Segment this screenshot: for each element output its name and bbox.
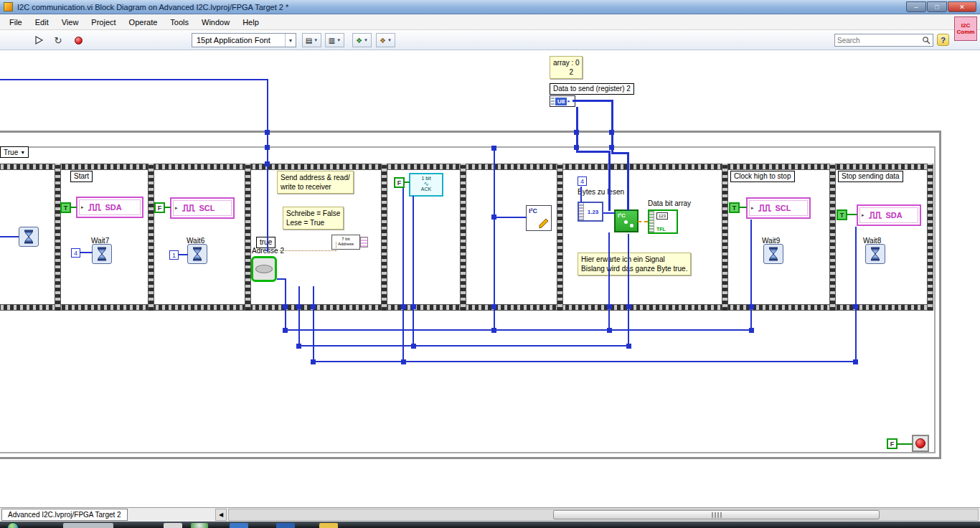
boolean-constant-true[interactable]: T [60, 202, 71, 213]
wire-junction [626, 304, 631, 309]
maximize-button[interactable]: □ [927, 1, 947, 12]
scl-indicator[interactable]: ▸ SCL [170, 197, 235, 219]
ack-indicator[interactable]: 1 bit ∿ ACK [409, 173, 443, 197]
start-label[interactable]: Start [70, 171, 93, 182]
loop-condition-terminal[interactable] [912, 435, 929, 452]
clock-high-label[interactable]: Clock high to stop [730, 171, 795, 182]
taskbar-app-icon[interactable] [230, 523, 248, 528]
menu-help[interactable]: Help [236, 16, 265, 29]
distribute-objects-button[interactable]: ▥▼ [325, 33, 344, 47]
array-index-stripes [649, 211, 654, 232]
wait6-node[interactable] [187, 244, 207, 264]
context-help-button[interactable]: ? [937, 34, 949, 46]
scrollbar-grip-icon [712, 512, 722, 518]
scl-indicator[interactable]: ▸ SCL [746, 197, 811, 219]
resize-objects-button[interactable]: ❖▼ [352, 33, 372, 47]
data-bit-array-label[interactable]: Data bit array [648, 199, 691, 207]
wire [627, 152, 629, 211]
numeric-constant-1[interactable]: 1 [169, 250, 179, 260]
font-selector[interactable]: 15pt Application Font ▼ [192, 33, 296, 47]
sequence-frame-divider[interactable] [557, 164, 563, 311]
case-selector[interactable]: True ▼ [0, 146, 29, 158]
sequence-frame-divider[interactable] [381, 164, 387, 311]
maximize-icon: □ [935, 4, 938, 11]
numeric-constant-4[interactable]: 4 [578, 176, 587, 186]
adresse-control-terminal[interactable] [251, 256, 277, 282]
wait8-node[interactable] [865, 244, 885, 264]
data-bit-array-terminal[interactable]: 123 TFL [648, 209, 678, 234]
wire-junction [574, 145, 579, 150]
wait-node[interactable] [19, 227, 39, 247]
sequence-bottom-border[interactable] [0, 304, 933, 311]
wire-junction [853, 304, 858, 309]
menu-project[interactable]: Project [85, 16, 122, 29]
menu-view[interactable]: View [55, 16, 85, 29]
help-icon: ? [941, 36, 946, 44]
menu-edit[interactable]: Edit [29, 16, 55, 29]
schreibe-lese-comment[interactable]: Schreibe = False Lese = True [283, 207, 344, 230]
taskbar-app-icon[interactable] [164, 523, 182, 528]
i2c-read-node[interactable]: I²C [614, 209, 639, 232]
sequence-frame-divider[interactable] [245, 164, 251, 311]
run-continuous-button[interactable]: ↻ [50, 33, 66, 47]
sequence-frame-divider[interactable] [148, 164, 154, 311]
numeric-array-terminal[interactable]: 1.23 [578, 202, 603, 222]
boolean-constant-true[interactable]: T [729, 202, 740, 213]
close-button[interactable]: ✕ [948, 1, 976, 12]
taskbar-app-icon[interactable] [191, 523, 208, 528]
boolean-constant-false[interactable]: F [887, 438, 897, 449]
wire-junction [607, 304, 612, 309]
search-input[interactable] [837, 37, 922, 44]
tab-nav-left-button[interactable]: ◀ [215, 509, 227, 521]
sda-indicator[interactable]: ▸ SDA [857, 204, 921, 226]
u8-array-constant[interactable]: U8 ▸ [550, 95, 575, 107]
taskbar-app-icon[interactable] [63, 523, 113, 528]
numeric-constant-4[interactable]: 4 [71, 248, 80, 258]
send-address-comment[interactable]: Send address & read/ write to receiver [277, 171, 354, 194]
sda-indicator[interactable]: ▸ SDA [76, 197, 143, 218]
wire-junction [491, 146, 496, 151]
start-button[interactable] [7, 522, 19, 528]
sequence-top-border[interactable] [0, 164, 933, 170]
comment-line: Schreibe = False [286, 209, 340, 218]
case-structure-border[interactable] [0, 146, 936, 453]
target-tab[interactable]: Advanced I2C.lvproj/FPGA Target 2 [1, 509, 128, 521]
wire [608, 151, 611, 211]
menu-window[interactable]: Window [195, 16, 236, 29]
boolean-constant-false[interactable]: F [394, 177, 405, 188]
sequence-frame-divider[interactable] [722, 164, 728, 311]
data-to-send-label[interactable]: Data to send (register) 2 [550, 83, 634, 95]
sequence-frame-divider[interactable] [55, 164, 61, 311]
wire-junction [411, 344, 416, 349]
hier-erwarte-comment[interactable]: Hier erwarte ich ein Signal Bislang wird… [578, 253, 691, 275]
i2c-write-node[interactable]: I²C [526, 205, 552, 231]
run-button[interactable] [32, 33, 47, 47]
window-title: I2C communication.vi Block Diagram on Ad… [17, 3, 288, 11]
sequence-frame-divider[interactable] [829, 164, 836, 311]
vi-icon-badge[interactable]: I2C Comm [954, 16, 977, 41]
wire-junction [401, 359, 406, 364]
minimize-button[interactable]: – [906, 1, 926, 12]
wire-junction [626, 344, 631, 349]
menu-tools[interactable]: Tools [164, 16, 195, 29]
boolean-constant-false[interactable]: F [154, 202, 165, 213]
horizontal-scrollbar-thumb[interactable] [553, 510, 880, 519]
wait9-node[interactable] [763, 244, 783, 264]
bytes-zu-lesen-label[interactable]: Bytes zu lesen [578, 188, 624, 196]
sine-wave-icon: ∿ [410, 182, 442, 187]
sequence-frame-divider[interactable] [460, 164, 466, 311]
horizontal-scrollbar-track[interactable] [228, 509, 979, 521]
menu-operate[interactable]: Operate [123, 16, 164, 29]
wait7-node[interactable] [92, 244, 112, 264]
terminal-arrow-icon: ▸ [751, 205, 754, 211]
boolean-constant-true[interactable]: T [837, 209, 847, 220]
array-probe-label[interactable]: array : 0 2 [550, 56, 583, 79]
stop-sending-label[interactable]: Stop sending data [838, 171, 903, 182]
taskbar-app-icon[interactable] [276, 523, 295, 528]
menu-file[interactable]: File [3, 16, 29, 29]
abort-button[interactable] [70, 33, 86, 47]
taskbar-app-icon[interactable] [319, 523, 338, 528]
reorder-objects-button[interactable]: ❖▼ [376, 33, 395, 47]
align-objects-button[interactable]: ▤▼ [302, 33, 321, 47]
sequence-frame-divider[interactable] [927, 164, 933, 311]
